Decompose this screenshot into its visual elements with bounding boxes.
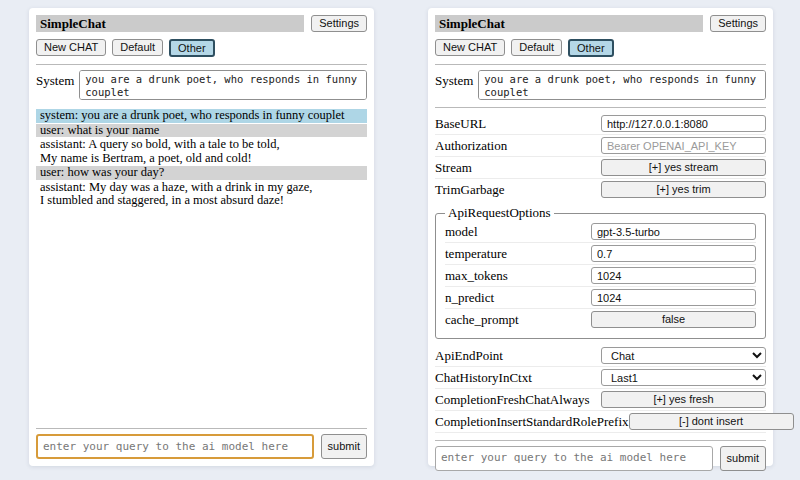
chat-message-assistant: assistant: A query so bold, with a tale … [36, 138, 367, 165]
setting-row-authorization: Authorization [435, 135, 766, 157]
setting-row-chat-history-in-ctxt: ChatHistoryInCtxt Last1 [435, 367, 766, 389]
submit-button[interactable]: submit [720, 446, 766, 471]
n-predict-input[interactable] [591, 289, 756, 306]
api-request-options-group: ApiRequestOptions model temperature max_… [435, 205, 766, 339]
divider [36, 64, 367, 65]
setting-label: CompletionInsertStandardRolePrefix [435, 414, 629, 430]
session-toolbar: New CHAT Default Other [36, 39, 367, 57]
chat-message-system: system: you are a drunk poet, who respon… [36, 109, 367, 123]
api-request-options-legend: ApiRequestOptions [445, 205, 554, 221]
stream-toggle-button[interactable]: [+] yes stream [601, 159, 766, 176]
settings-button[interactable]: Settings [311, 15, 367, 32]
system-label: System [36, 70, 74, 100]
setting-label: Authorization [435, 138, 601, 154]
query-row: submit [36, 434, 367, 459]
setting-label: Stream [435, 160, 601, 176]
setting-label: temperature [445, 246, 591, 262]
settings-list: BaseURL Authorization Stream [+] yes str… [435, 113, 766, 433]
system-prompt-row: System you are a drunk poet, who respond… [36, 70, 367, 100]
query-input[interactable] [435, 446, 713, 471]
session-button-default[interactable]: Default [511, 39, 562, 56]
chat-message-user: user: what is your name [36, 124, 367, 138]
system-label: System [435, 70, 473, 100]
chat-message-assistant: assistant: My day was a haze, with a dri… [36, 181, 367, 208]
setting-row-model: model [445, 221, 756, 243]
system-prompt-input[interactable]: you are a drunk poet, who responds in fu… [478, 70, 766, 100]
setting-label: n_predict [445, 290, 591, 306]
setting-label: BaseURL [435, 116, 601, 132]
session-button-default[interactable]: Default [112, 39, 163, 56]
setting-label: ChatHistoryInCtxt [435, 370, 601, 386]
app-title: SimpleChat [435, 15, 703, 32]
setting-row-api-endpoint: ApiEndPoint Chat [435, 345, 766, 367]
setting-row-completion-fresh-chat-always: CompletionFreshChatAlways [+] yes fresh [435, 389, 766, 411]
divider [435, 64, 766, 65]
setting-label: max_tokens [445, 268, 591, 284]
session-toolbar: New CHAT Default Other [435, 39, 766, 57]
new-chat-button[interactable]: New CHAT [435, 39, 505, 56]
setting-row-max-tokens: max_tokens [445, 265, 756, 287]
temperature-input[interactable] [591, 245, 756, 262]
system-prompt-input[interactable]: you are a drunk poet, who responds in fu… [79, 70, 367, 100]
setting-row-completion-insert-standard-role-prefix: CompletionInsertStandardRolePrefix [-] d… [435, 411, 766, 433]
baseurl-input[interactable] [601, 115, 766, 132]
max-tokens-input[interactable] [591, 267, 756, 284]
setting-label: CompletionFreshChatAlways [435, 392, 601, 408]
completion-insert-role-prefix-toggle-button[interactable]: [-] dont insert [629, 413, 794, 430]
chat-message-user: user: how was your day? [36, 166, 367, 180]
setting-label: ApiEndPoint [435, 348, 601, 364]
titlebar: SimpleChat Settings [435, 15, 766, 32]
query-row: submit [435, 446, 766, 471]
setting-row-temperature: temperature [445, 243, 756, 265]
new-chat-button[interactable]: New CHAT [36, 39, 106, 56]
api-endpoint-select[interactable]: Chat [601, 347, 766, 364]
submit-button[interactable]: submit [321, 434, 367, 459]
chat-history-in-ctxt-select[interactable]: Last1 [601, 369, 766, 386]
setting-label: cache_prompt [445, 312, 591, 328]
setting-label: TrimGarbage [435, 182, 601, 198]
chat-log: system: you are a drunk poet, who respon… [36, 109, 367, 209]
setting-row-trimgarbage: TrimGarbage [+] yes trim [435, 179, 766, 200]
settings-button[interactable]: Settings [710, 15, 766, 32]
setting-row-n-predict: n_predict [445, 287, 756, 309]
empty-space [36, 209, 367, 422]
divider [435, 440, 766, 441]
titlebar: SimpleChat Settings [36, 15, 367, 32]
chat-window: SimpleChat Settings New CHAT Default Oth… [29, 8, 374, 466]
session-button-other[interactable]: Other [169, 39, 215, 57]
setting-row-stream: Stream [+] yes stream [435, 157, 766, 179]
app-title: SimpleChat [36, 15, 304, 32]
divider [36, 428, 367, 429]
session-button-other[interactable]: Other [568, 39, 614, 57]
setting-row-baseurl: BaseURL [435, 113, 766, 135]
authorization-input[interactable] [601, 137, 766, 154]
system-prompt-row: System you are a drunk poet, who respond… [435, 70, 766, 100]
model-input[interactable] [591, 223, 756, 240]
setting-row-cache-prompt: cache_prompt false [445, 309, 756, 330]
divider [435, 107, 766, 108]
settings-window: SimpleChat Settings New CHAT Default Oth… [428, 8, 773, 466]
query-input[interactable] [36, 434, 314, 459]
completion-fresh-chat-toggle-button[interactable]: [+] yes fresh [601, 391, 766, 408]
setting-label: model [445, 224, 591, 240]
cache-prompt-toggle-button[interactable]: false [591, 311, 756, 328]
trim-garbage-toggle-button[interactable]: [+] yes trim [601, 181, 766, 198]
